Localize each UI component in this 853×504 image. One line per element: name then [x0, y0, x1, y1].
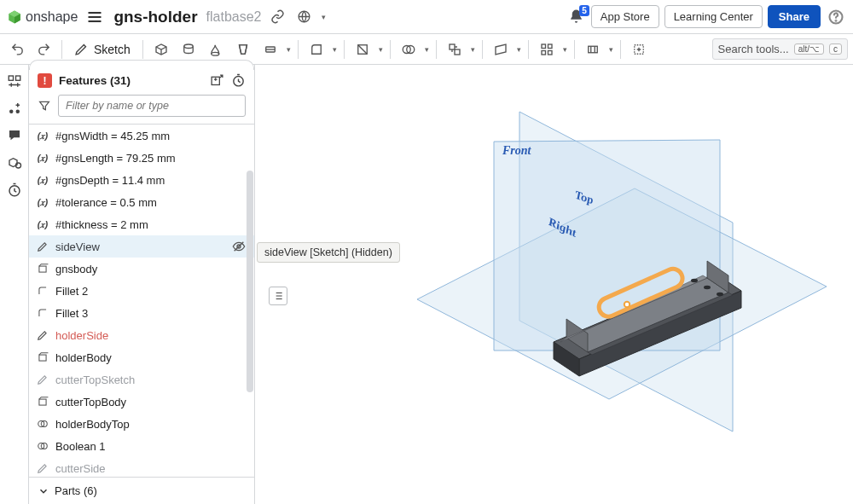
sketch-icon — [36, 462, 49, 474]
3d-canvas[interactable]: sideView [Sketch] (Hidden) — [255, 65, 853, 504]
notifications-button[interactable]: 5 — [566, 7, 586, 26]
chevron-down-icon[interactable]: ▾ — [469, 43, 477, 55]
feature-row[interactable]: cutterTopBody — [29, 391, 254, 413]
transform-icon[interactable] — [442, 38, 467, 61]
fillet-icon — [36, 285, 49, 297]
parts-section[interactable]: Parts (6) — [29, 477, 254, 504]
loft-icon[interactable] — [230, 38, 256, 61]
feature-row[interactable]: Fillet 2 — [29, 280, 254, 302]
draft-icon[interactable] — [350, 38, 375, 61]
feature-row[interactable]: (𝑥)#gnsDepth = 11.4 mm — [29, 169, 254, 191]
help-icon[interactable] — [826, 7, 846, 27]
rail-timer-icon[interactable] — [7, 182, 22, 198]
app-logo[interactable]: onshape — [7, 9, 78, 25]
variable-icon: (𝑥) — [36, 153, 49, 164]
chevron-down-icon[interactable]: ▾ — [331, 43, 339, 55]
rail-config-icon[interactable] — [7, 73, 22, 89]
sweep-icon[interactable] — [203, 38, 229, 61]
boolean-icon[interactable] — [396, 38, 421, 61]
chevron-down-icon[interactable]: ▾ — [320, 11, 328, 23]
chevron-down-icon[interactable]: ▾ — [607, 43, 615, 55]
add-feature-icon[interactable] — [210, 73, 224, 88]
feature-row[interactable]: Fillet 3 — [29, 302, 254, 324]
kbd-hint: c — [829, 43, 842, 55]
document-title[interactable]: gns-holder — [113, 8, 197, 26]
chevron-down-icon[interactable]: ▾ — [561, 43, 569, 55]
filter-icon[interactable] — [38, 99, 51, 113]
fillet-icon[interactable] — [304, 38, 329, 61]
sheetmetal-icon[interactable] — [580, 38, 606, 61]
svg-rect-23 — [9, 76, 13, 80]
sketch-button[interactable]: Sketch — [67, 39, 137, 59]
sketch-icon — [36, 374, 49, 385]
feature-label: holderBodyTop — [55, 418, 247, 431]
chevron-down-icon — [38, 485, 49, 497]
feature-row[interactable]: sideView — [29, 235, 254, 258]
svg-point-9 — [184, 44, 194, 49]
variable-icon: (𝑥) — [36, 197, 49, 208]
features-header: ! Features (31) — [29, 65, 254, 95]
feature-label: holderBody — [55, 351, 247, 364]
feature-label: cutterTopBody — [55, 396, 247, 408]
svg-rect-16 — [455, 49, 460, 55]
svg-point-52 — [704, 286, 711, 289]
error-badge-icon[interactable]: ! — [38, 73, 52, 88]
thicken-icon[interactable] — [258, 38, 283, 61]
chevron-down-icon[interactable]: ▾ — [515, 43, 523, 55]
sketch-icon — [36, 240, 49, 252]
feature-row[interactable]: (𝑥)#gnsLength = 79.25 mm — [29, 147, 254, 169]
search-placeholder: Search tools... — [718, 43, 789, 55]
pattern-icon[interactable] — [534, 38, 560, 61]
svg-rect-18 — [548, 44, 552, 49]
feature-row[interactable]: gnsbody — [29, 258, 254, 280]
redo-button[interactable] — [32, 38, 56, 60]
app-store-button[interactable]: App Store — [591, 5, 659, 28]
globe-icon[interactable] — [293, 6, 315, 27]
scrollbar[interactable] — [246, 125, 254, 477]
chevron-down-icon[interactable]: ▾ — [377, 43, 385, 55]
svg-point-51 — [691, 279, 698, 282]
feature-label: #gnsWidth = 45.25 mm — [55, 130, 247, 142]
plane-icon[interactable] — [488, 38, 514, 61]
learning-center-button[interactable]: Learning Center — [664, 5, 763, 28]
svg-rect-15 — [450, 44, 455, 49]
feature-row[interactable]: Boolean 1 — [29, 435, 254, 457]
logo-mark-icon — [7, 9, 22, 25]
extrude-icon[interactable] — [148, 38, 174, 61]
revolve-icon[interactable] — [176, 38, 201, 61]
feature-list: (𝑥)#gnsWidth = 45.25 mm(𝑥)#gnsLength = 7… — [29, 124, 254, 477]
undo-button[interactable] — [5, 38, 30, 60]
feature-row[interactable]: (𝑥)#thickness = 2 mm — [29, 213, 254, 235]
feature-row[interactable]: holderBody — [29, 346, 254, 368]
svg-rect-17 — [542, 44, 546, 49]
rail-insert-icon[interactable] — [7, 101, 22, 116]
feature-tooltip: sideView [Sketch] (Hidden) — [257, 242, 400, 263]
rollback-icon[interactable] — [231, 73, 246, 88]
feature-row[interactable]: cutterTopSketch — [29, 368, 254, 391]
menu-icon[interactable] — [86, 9, 103, 26]
search-tools-input[interactable]: Search tools... alt/⌥ c — [712, 38, 848, 60]
rail-assembly-icon[interactable] — [7, 155, 22, 171]
rail-comment-icon[interactable] — [7, 128, 22, 143]
filter-input[interactable] — [58, 95, 246, 117]
svg-rect-24 — [15, 76, 20, 80]
svg-rect-21 — [589, 46, 598, 53]
feature-row[interactable]: cutterSide — [29, 457, 254, 477]
extrude-icon — [36, 396, 49, 408]
chevron-down-icon[interactable]: ▾ — [285, 43, 293, 55]
hidden-icon[interactable] — [232, 240, 246, 253]
feature-label: Boolean 1 — [55, 440, 247, 453]
feature-row[interactable]: (𝑥)#tolerance = 0.5 mm — [29, 191, 254, 213]
variable-icon: (𝑥) — [36, 175, 49, 186]
share-button[interactable]: Share — [768, 5, 821, 28]
link-icon[interactable] — [267, 6, 288, 27]
svg-rect-34 — [39, 355, 46, 361]
feature-row[interactable]: holderSide — [29, 324, 254, 346]
top-bar: onshape gns-holder flatbase2 ▾ 5 App Sto… — [0, 0, 853, 34]
branch-name[interactable]: flatbase2 — [206, 9, 262, 25]
chevron-down-icon[interactable]: ▾ — [423, 43, 431, 55]
svg-point-10 — [212, 52, 219, 55]
feature-row[interactable]: holderBodyTop — [29, 413, 254, 435]
selection-icon[interactable] — [626, 38, 652, 61]
feature-row[interactable]: (𝑥)#gnsWidth = 45.25 mm — [29, 125, 254, 147]
